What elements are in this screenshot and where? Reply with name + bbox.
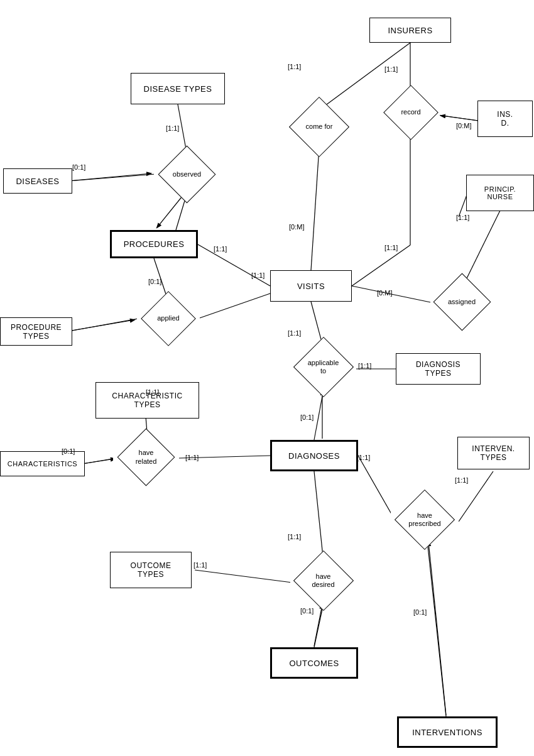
svg-line-10 — [198, 244, 270, 286]
diagnosis-types-box: DIAGNOSIS TYPES — [396, 353, 481, 385]
label-30: [0:1] — [300, 607, 313, 615]
procedure-types-box: PROCEDURE TYPES — [0, 317, 72, 346]
svg-line-30 — [68, 320, 134, 331]
svg-line-4 — [352, 245, 410, 286]
svg-line-12 — [69, 319, 138, 331]
svg-line-15 — [314, 390, 324, 440]
record-label: record — [401, 108, 420, 116]
diagnosis-types-label: DIAGNOSIS TYPES — [416, 360, 460, 378]
label-11: [1:1] — [288, 63, 301, 70]
have-prescribed-label: have prescribed — [408, 512, 440, 528]
have-desired-label: have desired — [312, 572, 334, 589]
label-22: [1:1] — [288, 329, 301, 337]
interventions-box: INTERVENTIONS — [397, 716, 498, 748]
have-related-label: have related — [136, 449, 157, 465]
er-diagram: INSURERS DISEASE TYPES DISEASES PROCEDUR… — [0, 0, 534, 756]
outcomes-box: OUTCOMES — [270, 647, 358, 679]
applied-diamond: applied — [137, 299, 200, 338]
have-desired-diamond: have desired — [290, 558, 356, 603]
characteristic-types-box: CHARACTERISTIC TYPES — [95, 382, 199, 419]
label-29: [1:1] — [288, 533, 301, 540]
label-17: [0:M] — [289, 223, 304, 231]
have-prescribed-diamond: have prescribed — [391, 498, 459, 541]
applicable-to-label: applicable to — [308, 359, 339, 375]
svg-line-2 — [311, 148, 319, 270]
interven-types-label: INTERVEN. TYPES — [472, 444, 515, 462]
applied-label: applied — [157, 314, 179, 322]
outcomes-label: OUTCOMES — [289, 659, 339, 668]
interventions-label: INTERVENTIONS — [412, 728, 482, 737]
label-31: [0:1] — [413, 608, 427, 616]
observed-diamond: observed — [154, 154, 220, 195]
come-for-diamond: come for — [288, 106, 351, 148]
ins-d-label: INS. D. — [497, 110, 513, 128]
assigned-label: assigned — [448, 298, 476, 306]
label-20: [0:1] — [148, 278, 161, 285]
label-26: [1:1] — [185, 454, 199, 461]
princip-nurs-label: PRINCIP. NURSE — [484, 185, 516, 200]
svg-line-19 — [358, 456, 396, 522]
visits-box: VISITS — [270, 270, 352, 302]
label-33: [0:M] — [456, 122, 471, 129]
outcome-types-label: OUTCOME TYPES — [131, 561, 172, 579]
svg-line-21 — [427, 540, 446, 716]
svg-line-5 — [439, 115, 477, 121]
svg-line-25 — [352, 286, 433, 303]
ins-d-box: INS. D. — [477, 101, 533, 137]
svg-line-34 — [428, 542, 446, 715]
applicable-to-diamond: applicable to — [290, 344, 356, 390]
label-23: [1:1] — [358, 362, 371, 370]
disease-types-label: DISEASE TYPES — [144, 84, 212, 94]
diseases-label: DISEASES — [16, 177, 59, 186]
outcome-types-box: OUTCOME TYPES — [110, 552, 192, 588]
insurers-label: INSURERS — [388, 26, 432, 35]
svg-line-28 — [68, 173, 151, 181]
diseases-box: DISEASES — [3, 168, 72, 194]
label-13: [1:1] — [166, 124, 179, 132]
label-16: [1:1] — [251, 271, 264, 279]
observed-label: observed — [173, 170, 201, 178]
svg-line-33 — [441, 116, 479, 121]
visits-label: VISITS — [297, 282, 325, 291]
svg-line-22 — [195, 570, 292, 583]
procedures-label: PROCEDURES — [124, 239, 185, 249]
assigned-diamond: assigned — [430, 282, 493, 322]
label-18: [1:1] — [384, 244, 398, 251]
insurers-box: INSURERS — [369, 18, 451, 43]
svg-line-35 — [314, 605, 322, 646]
interven-types-box: INTERVEN. TYPES — [457, 437, 530, 469]
svg-line-23 — [314, 471, 324, 562]
label-27: [1:1] — [357, 454, 370, 461]
record-diamond: record — [382, 93, 440, 132]
have-related-diamond: have related — [113, 437, 179, 478]
label-34: [1:1] — [456, 214, 469, 221]
svg-line-7 — [69, 174, 156, 181]
label-15: [1:1] — [214, 245, 227, 253]
label-28: [1:1] — [193, 561, 207, 569]
characteristics-label: CHARACTERISTICS — [8, 460, 77, 468]
diagnoses-box: DIAGNOSES — [270, 440, 358, 471]
procedures-box: PROCEDURES — [110, 230, 198, 258]
diagnoses-label: DIAGNOSES — [288, 451, 340, 461]
label-19: [0:M] — [377, 289, 392, 297]
come-for-label: come for — [306, 123, 333, 131]
label-24: [0:1] — [300, 414, 313, 421]
procedure-types-label: PROCEDURE TYPES — [11, 323, 62, 341]
disease-types-box: DISEASE TYPES — [131, 73, 225, 104]
label-14: [0:1] — [72, 163, 85, 171]
label-21: [1:1] — [146, 388, 159, 396]
princip-nurs-box: PRINCIP. NURSE — [466, 175, 534, 211]
label-25: [0:1] — [62, 447, 75, 455]
characteristics-box: CHARACTERISTICS — [0, 451, 85, 476]
label-32: [1:1] — [455, 476, 468, 484]
svg-line-11 — [198, 293, 270, 319]
label-12: [1:1] — [384, 65, 398, 73]
